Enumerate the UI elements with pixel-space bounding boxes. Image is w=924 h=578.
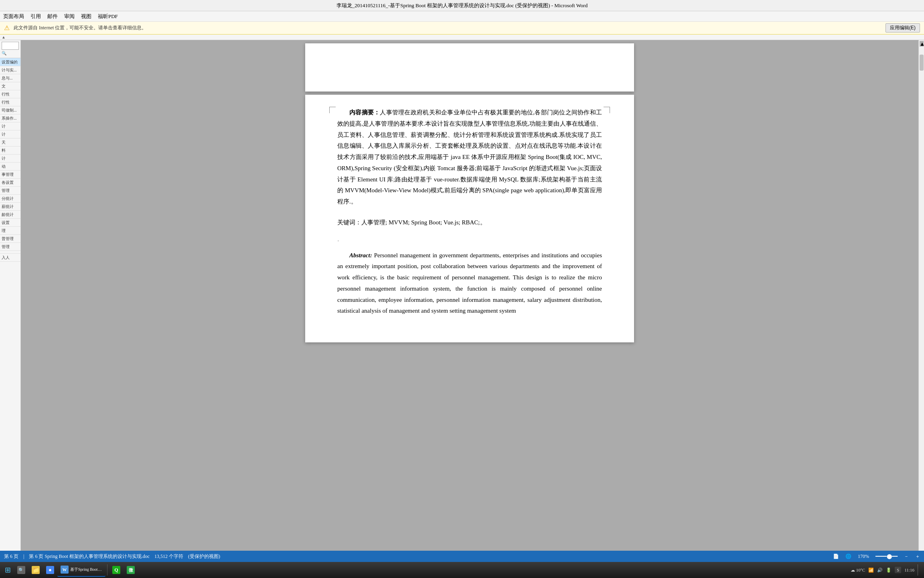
sidebar-item-10[interactable]: 天: [0, 138, 20, 147]
security-warning-icon: ⚠: [4, 24, 10, 32]
sidebar-item-0[interactable]: 设置编的: [0, 58, 20, 66]
sidebar-item-17[interactable]: 分统计: [0, 195, 20, 203]
tray-ime[interactable]: S: [895, 567, 901, 573]
scroll-up-arrow[interactable]: ▲: [920, 41, 924, 47]
tray-show-desktop[interactable]: [918, 564, 919, 576]
taskbar-separator: [107, 564, 107, 576]
sidebar-item-8[interactable]: 计: [0, 122, 20, 130]
clock-time: 11:16: [904, 567, 914, 573]
keywords-text: 关键词：人事管理; MVVM; Spring Boot; Vue.js; RBA…: [337, 219, 486, 226]
taskbar-qq-icon: Q: [112, 566, 120, 574]
menu-item-review[interactable]: 审阅: [64, 13, 75, 20]
ribbon-collapse-icon[interactable]: ▲: [2, 35, 6, 39]
main-layout: 🔍 设置编的 计与实... 息与... 文 行性 行性 司做制... 系操作..…: [0, 40, 924, 567]
tray-volume-icon[interactable]: 🔊: [877, 568, 883, 573]
taskbar-explorer-icon: 📁: [32, 566, 40, 574]
title-bar: 李瑞龙_201410521116_-基于Spring Boot 框架的人事管理系…: [0, 0, 924, 11]
english-abstract-section: Abstract: Personnel management in govern…: [337, 250, 602, 317]
security-bar: ⚠ 此文件源自 Internet 位置，可能不安全。请单击查看详细信息。 应用编…: [0, 22, 924, 35]
status-bar: 第 6 页 | 第 6 页 Spring Boot 框架的人事管理系统的设计与实…: [0, 551, 924, 562]
sidebar-item-12[interactable]: 计: [0, 155, 20, 163]
sidebar-item-3[interactable]: 文: [0, 82, 20, 90]
section-break-marker: 。: [337, 235, 602, 244]
tray-network-icon[interactable]: 📶: [868, 568, 874, 573]
status-view-icon-print[interactable]: 📄: [833, 554, 839, 560]
document-page-top: [305, 43, 634, 92]
menu-item-view[interactable]: 视图: [81, 13, 91, 20]
menu-item-reference[interactable]: 引用: [30, 13, 41, 20]
sidebar-item-22[interactable]: 普管理: [0, 235, 20, 243]
tray-battery-icon[interactable]: 🔋: [886, 568, 892, 573]
status-zoom-slider[interactable]: ━━━━⬤━━: [875, 554, 898, 560]
sidebar-item-18[interactable]: 薪统计: [0, 203, 20, 211]
menu-bar: 页面布局 引用 邮件 审阅 视图 福昕PDF: [0, 11, 924, 22]
taskbar-wechat-icon: 微: [127, 566, 135, 574]
sidebar-item-2[interactable]: 息与...: [0, 74, 20, 82]
status-view-icon-web[interactable]: 🌐: [845, 554, 851, 560]
status-page-info: 第 6 页: [4, 553, 18, 560]
windows-taskbar: ⊞ 🔍 📁 ● W 基于Spring Boot框架... Q 微 ☁ 10°C …: [0, 562, 924, 578]
status-zoom-out[interactable]: －: [904, 553, 909, 560]
keywords-section: 关键词：人事管理; MVVM; Spring Boot; Vue.js; RBA…: [337, 217, 602, 228]
vertical-scrollbar[interactable]: ▲ ▼: [918, 40, 924, 567]
taskbar-word-icon: W: [61, 566, 69, 574]
enable-editing-button[interactable]: 应用编辑(E): [886, 23, 920, 33]
sidebar-item-15[interactable]: 各设置: [0, 179, 20, 187]
sidebar-item-11[interactable]: 料: [0, 147, 20, 155]
taskbar-file-explorer[interactable]: 📁: [28, 563, 43, 577]
page-corner-tr: [604, 107, 610, 113]
english-abstract-body: Personnel management in government depar…: [337, 252, 602, 314]
sidebar-search-area[interactable]: 🔍: [0, 40, 20, 58]
taskbar-chrome[interactable]: ●: [43, 563, 57, 577]
sidebar-item-13[interactable]: 动: [0, 163, 20, 171]
chinese-abstract-body: 人事管理在政府机关和企事业单位中占有极其重要的地位,各部门岗位之间协作和工效的提…: [337, 109, 602, 205]
page-corner-tl: [329, 107, 336, 113]
sidebar-nav-items: 设置编的 计与实... 息与... 文 行性 行性 司做制... 系操作... …: [0, 58, 20, 567]
chinese-abstract-section: 内容摘要：人事管理在政府机关和企事业单位中占有极其重要的地位,各部门岗位之间协作…: [337, 107, 602, 208]
status-word-count: 13,512 个字符: [154, 553, 183, 560]
taskbar-word[interactable]: W 基于Spring Boot框架...: [57, 563, 105, 577]
english-abstract-text: Abstract: Personnel management in govern…: [337, 250, 602, 317]
ribbon-area: ▲: [0, 35, 924, 40]
sidebar-item-21[interactable]: 理: [0, 227, 20, 235]
taskbar-qq[interactable]: Q: [109, 563, 124, 577]
page-content-area: 内容摘要：人事管理在政府机关和企事业单位中占有极其重要的地位,各部门岗位之间协作…: [305, 95, 634, 342]
menu-item-mail[interactable]: 邮件: [47, 13, 58, 20]
document-page-main: 内容摘要：人事管理在政府机关和企事业单位中占有极其重要的地位,各部门岗位之间协作…: [305, 95, 634, 342]
sidebar-item-4[interactable]: 行性: [0, 90, 20, 98]
tray-weather: ☁ 10°C: [851, 568, 865, 573]
sidebar-item-7[interactable]: 系操作...: [0, 114, 20, 122]
sidebar-item-16[interactable]: 管理: [0, 187, 20, 195]
sidebar-item-14[interactable]: 事管理: [0, 171, 20, 179]
security-warning-text: 此文件源自 Internet 位置，可能不安全。请单击查看详细信息。: [14, 24, 881, 31]
status-zoom-in[interactable]: ＋: [915, 553, 920, 560]
taskbar-wechat[interactable]: 微: [124, 563, 138, 577]
document-sidebar: 🔍 设置编的 计与实... 息与... 文 行性 行性 司做制... 系操作..…: [0, 40, 21, 567]
start-button[interactable]: ⊞: [2, 563, 14, 577]
taskbar-search-icon: 🔍: [17, 566, 25, 574]
taskbar-tray: ☁ 10°C 📶 🔊 🔋 S 11:16: [851, 564, 922, 576]
status-right-area: 📄 🌐 170% ━━━━⬤━━ － ＋: [833, 553, 920, 560]
search-icon[interactable]: 🔍: [2, 51, 6, 55]
sidebar-item-20[interactable]: 设置: [0, 219, 20, 227]
sidebar-item-25[interactable]: 入人: [0, 254, 20, 262]
sidebar-item-24[interactable]: [0, 251, 20, 254]
status-zoom-level: 170%: [858, 554, 869, 560]
taskbar-search[interactable]: 🔍: [14, 563, 28, 577]
sidebar-search-input[interactable]: [2, 42, 19, 50]
title-text: 李瑞龙_201410521116_-基于Spring Boot 框架的人事管理系…: [336, 2, 588, 9]
status-mode: (受保护的视图): [188, 553, 220, 560]
sidebar-item-5[interactable]: 行性: [0, 98, 20, 106]
sidebar-item-19[interactable]: 龄统计: [0, 211, 20, 219]
status-separator-1: |: [23, 554, 24, 560]
status-filename: 第 6 页 Spring Boot 框架的人事管理系统的设计与实现.doc: [29, 553, 150, 560]
menu-item-pdf[interactable]: 福昕PDF: [98, 13, 118, 20]
sidebar-item-9[interactable]: 计: [0, 130, 20, 138]
sidebar-item-1[interactable]: 计与实...: [0, 66, 20, 74]
menu-item-layout[interactable]: 页面布局: [3, 13, 24, 20]
sidebar-item-6[interactable]: 司做制...: [0, 106, 20, 114]
scroll-thumb[interactable]: [920, 55, 924, 71]
taskbar-word-label: 基于Spring Boot框架...: [70, 567, 102, 572]
sidebar-item-23[interactable]: 管理: [0, 243, 20, 251]
chinese-abstract-text: 内容摘要：人事管理在政府机关和企事业单位中占有极其重要的地位,各部门岗位之间协作…: [337, 107, 602, 208]
